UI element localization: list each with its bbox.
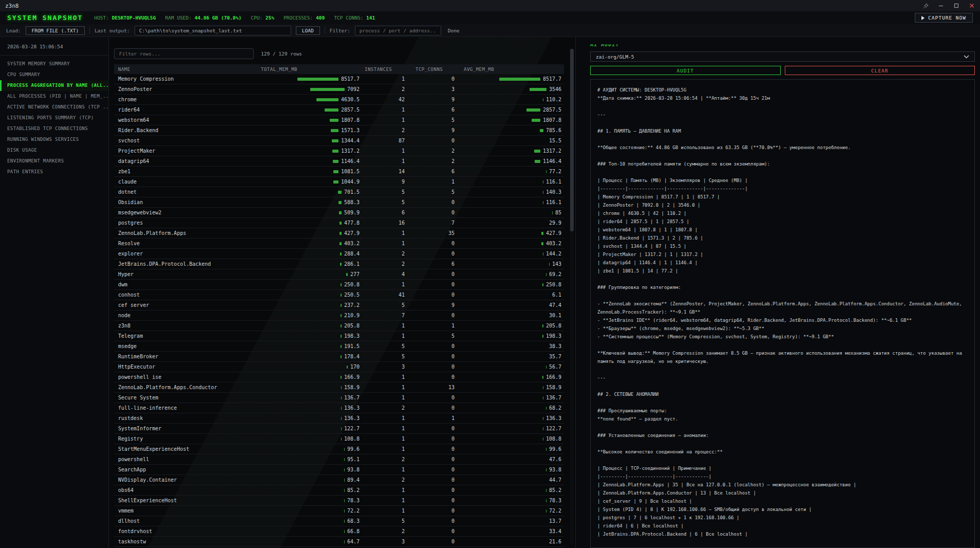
table-row[interactable]: NVDisplay.Container89.42044.7 (114, 475, 564, 485)
cell-avg-mem: 140.3 (457, 189, 564, 195)
stat-label: HOST: (94, 15, 109, 21)
table-row[interactable]: dllhost68.35013.7 (114, 516, 564, 526)
cell-instances: 2 (365, 261, 408, 267)
sidebar-item[interactable]: PATH ENTRIES (0, 167, 108, 177)
table-row[interactable]: dwm250.810250.8 (114, 280, 564, 290)
table-row[interactable]: SystemInformer122.710122.7 (114, 424, 564, 434)
table-row[interactable]: svchost1344.487015.5 (114, 136, 564, 146)
sidebar-item[interactable]: ACTIVE NETWORK CONNECTIONS (TCP ... (0, 102, 108, 113)
cell-total-mem: 8517.7 (261, 76, 365, 82)
table-row[interactable]: ZennoLab.Platform.Apps427.9135427.9 (114, 228, 564, 239)
audit-report[interactable]: # АУДИТ СИСТЕМЫ: DESKTOP-HVUQL5G **Дата … (590, 79, 975, 548)
model-select[interactable]: zai-org/GLM-5 (590, 51, 975, 62)
table-row[interactable]: datagrip641146.4121146.4 (114, 156, 564, 167)
table-row[interactable]: node210.97030.1 (114, 310, 564, 321)
table-row[interactable]: zbe11081.514677.2 (114, 167, 564, 177)
column-header[interactable]: INSTANCES (365, 67, 408, 72)
connection-filter-input[interactable] (355, 26, 441, 35)
table-row[interactable]: ProjectMaker1317.2121317.2 (114, 146, 564, 156)
table-row[interactable]: Memory Compression8517.7108517.7 (114, 74, 564, 84)
mem-bar (340, 232, 342, 235)
cell-name: Rider.Backend (114, 127, 261, 133)
stat-label: CPU: (251, 15, 262, 21)
sidebar-item[interactable]: LISTENING PORTS SUMMARY (TCP) (0, 113, 108, 123)
last-output-input[interactable] (135, 26, 291, 35)
sidebar-item[interactable]: DISK USAGE (0, 145, 108, 156)
table-row[interactable]: rider642857.5162857.5 (114, 105, 564, 115)
sidebar-item[interactable]: ENVIRONMENT MARKERS (0, 156, 108, 167)
table-row[interactable]: z3n8205.811205.8 (114, 321, 564, 331)
minimize-button[interactable] (938, 3, 944, 9)
mem-bar (344, 509, 345, 513)
table-row[interactable]: Obsidian588.350116.1 (114, 197, 564, 208)
cell-instances: 1 (365, 282, 408, 287)
table-row[interactable]: taskhostw64.73021.6 (114, 537, 564, 547)
table-row[interactable]: powershell_ise166.910166.9 (114, 372, 564, 382)
table-row[interactable]: explorer288.420144.2 (114, 249, 564, 259)
cell-avg-mem: 144.2 (457, 251, 564, 257)
from-file-button[interactable]: FROM FILE (.TXT) (26, 26, 85, 35)
table-row[interactable]: Resolve403.210403.2 (114, 239, 564, 249)
table-row[interactable]: fontdrvhost66.82033.4 (114, 526, 564, 537)
sidebar-item[interactable]: PROCESS AGGREGATION BY NAME (ALL... (0, 80, 108, 91)
cell-instances: 2 (365, 86, 408, 92)
table-row[interactable]: vmmem72.21072.2 (114, 506, 564, 516)
capture-now-button[interactable]: CAPTURE NOW (915, 13, 973, 23)
table-row[interactable]: ShellExperienceHost78.31078.3 (114, 496, 564, 506)
column-header[interactable]: TOTAL_MEM_MB (261, 67, 365, 72)
column-header[interactable]: TCP_CONNS (408, 67, 457, 72)
pin-icon[interactable] (922, 3, 929, 9)
table-row[interactable]: Secure System136.710136.7 (114, 393, 564, 403)
table-row[interactable]: msedge191.55038.3 (114, 341, 564, 352)
table-row[interactable]: HttpExecutor1703056.7 (114, 362, 564, 372)
table-row[interactable]: postgres477.816729.9 (114, 218, 564, 228)
column-header[interactable]: NAME (114, 67, 261, 72)
table-row[interactable]: conhost250.54106.1 (114, 290, 564, 300)
table-row[interactable]: JetBrains.DPA.Protocol.Backend286.126143 (114, 259, 564, 269)
table-row[interactable]: Telegram198.315198.3 (114, 331, 564, 341)
sidebar-item[interactable]: CPU SUMMARY (0, 69, 108, 80)
sidebar-item[interactable]: ALL PROCESSES (PID | NAME | MEM_... (0, 91, 108, 102)
table-row[interactable]: rustdesk136.311136.3 (114, 413, 564, 424)
cell-name: HttpExecutor (114, 364, 261, 370)
mem-bar (341, 386, 342, 389)
table-row[interactable]: powershell95.12047.6 (114, 454, 564, 465)
table-row[interactable]: ZennoPoster7092233546 (114, 84, 564, 95)
table-row[interactable]: claude1044.991116.1 (114, 177, 564, 187)
cell-name: Secure System (114, 395, 261, 400)
cell-name: ProjectMaker (114, 148, 261, 154)
table-row[interactable]: Hyper2774069.2 (114, 269, 564, 280)
mem-bar (499, 78, 540, 81)
table-row[interactable]: dotnet701.555140.3 (114, 187, 564, 197)
mem-bar (340, 242, 342, 245)
table-row[interactable]: Rider.Backend1571.329785.6 (114, 125, 564, 136)
maximize-button[interactable] (953, 3, 959, 9)
table-scrollbar[interactable] (570, 49, 574, 545)
row-filter-input[interactable] (114, 48, 254, 59)
table-row[interactable]: ZennoLab.Platform.Apps.Conductor158.9113… (114, 382, 564, 393)
clear-button[interactable]: CLEAR (785, 66, 975, 75)
cell-name: Telegram (114, 333, 261, 339)
sidebar-item[interactable]: SYSTEM MEMORY SUMMARY (0, 59, 108, 69)
table-row[interactable]: Registry108.810108.8 (114, 434, 564, 444)
table-row[interactable]: StartMenuExperienceHost99.61099.6 (114, 444, 564, 454)
table-row[interactable]: RuntimeBroker178.45035.7 (114, 352, 564, 362)
sidebar-item[interactable]: RUNNING WINDOWS SERVICES (0, 134, 108, 145)
table-row[interactable]: cef_server237.25947.4 (114, 300, 564, 310)
cell-instances: 1 (365, 446, 408, 452)
table-row[interactable]: webstorm641807.8151807.8 (114, 115, 564, 125)
table-row[interactable]: chrome4630.5429110.2 (114, 95, 564, 105)
mem-bar (543, 396, 543, 399)
audit-button[interactable]: AUDIT (590, 66, 781, 75)
load-button[interactable]: LOAD (296, 26, 320, 35)
table-scrollbar-thumb[interactable] (570, 49, 574, 231)
close-button[interactable] (969, 3, 975, 9)
table-row[interactable]: msedgewebview2509.96085 (114, 208, 564, 218)
cell-avg-mem: 77.2 (457, 169, 564, 174)
sidebar-item[interactable]: ESTABLISHED TCP CONNECTIONS (0, 123, 108, 134)
column-header[interactable]: AVG_MEM_MB (457, 67, 564, 72)
cell-tcp-conns: 0 (408, 282, 457, 287)
table-row[interactable]: obs6485.21085.2 (114, 485, 564, 496)
table-row[interactable]: full-line-inference136.32068.2 (114, 403, 564, 413)
table-row[interactable]: SearchApp93.81093.8 (114, 465, 564, 475)
